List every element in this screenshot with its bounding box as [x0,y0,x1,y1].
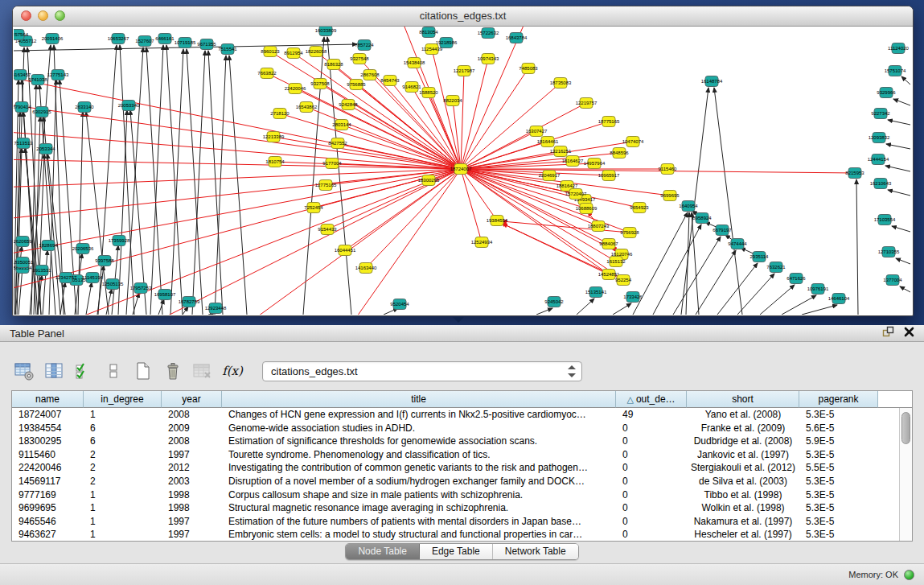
graph-node[interactable]: 3913531 [32,266,51,276]
graph-node[interactable]: 19384554 [487,216,508,226]
graph-node[interactable]: 18807243 [588,221,610,232]
table-row[interactable]: 969969511998Structural magnetic resonanc… [12,501,899,515]
graph-node[interactable]: 20053340 [118,101,140,111]
panel-divider-handle[interactable] [453,317,464,323]
cell[interactable]: 1998 [162,488,222,502]
graph-node[interactable]: 2867608 [360,70,380,80]
cell[interactable]: 1 [84,408,162,422]
cell[interactable]: 2 [84,461,162,475]
cell[interactable]: Embryonic stem cells: a model to study s… [222,528,616,541]
float-window-icon[interactable] [882,326,894,340]
graph-node[interactable]: 9756885 [347,80,366,90]
cell[interactable]: Structural magnetic resonance image aver… [222,501,616,515]
graph-node[interactable]: 13216251 [550,146,572,157]
cell[interactable]: Wolkin et al. (1998) [687,501,799,515]
table-selector-dropdown[interactable]: citations_edges.txt [262,361,582,381]
graph-node[interactable]: 9741038 [28,75,47,85]
graph-node[interactable]: 6471626 [786,274,806,284]
tab-edge-table[interactable]: Edge Table [420,544,493,559]
graph-node[interactable]: 6679197 [713,225,732,236]
cell[interactable]: 5.3E-5 [799,448,878,462]
graph-node[interactable]: 1733426 [623,292,643,303]
table-row[interactable]: 911546021997Tourette syndrome. Phenomeno… [12,448,899,462]
cell[interactable]: 2008 [162,408,222,422]
graph-node[interactable]: 8912954 [284,48,303,59]
table-row[interactable]: 1830029562008Estimation of significance … [12,435,899,448]
cell[interactable]: 9777169 [12,488,84,502]
graph-node[interactable]: 9884067 [599,239,618,249]
graph-node[interactable]: 12217987 [454,66,475,76]
network-graph-canvas[interactable]: 1405571220091406106532671527607646616110… [14,27,912,315]
column-header-name[interactable]: name [12,391,84,408]
cell[interactable]: 2 [84,448,162,462]
graph-node[interactable]: 7485083 [519,64,538,74]
graph-node[interactable]: 8848596 [610,148,629,159]
table-row[interactable]: 2242004622012Investigating the contribut… [12,461,899,475]
cell[interactable]: 22420046 [12,461,84,475]
graph-node[interactable]: 18735083 [550,78,572,89]
cell[interactable]: 1998 [162,501,222,515]
cell[interactable]: 6 [84,422,162,435]
graph-node[interactable]: 9177004 [322,159,342,169]
graph-node[interactable]: 16958107 [154,290,176,300]
scrollbar-thumb[interactable] [901,412,910,444]
cell[interactable]: 5.3E-5 [799,528,878,541]
cell[interactable]: Estimation of the future numbers of pati… [222,515,616,529]
graph-node[interactable]: 15135141 [585,287,607,298]
cell[interactable]: de Silva et al. (2003) [687,475,799,488]
graph-node[interactable]: 12775143 [47,70,69,80]
table-row[interactable]: 1872400712008Changes of HCN gene express… [12,408,899,422]
cell[interactable]: Corpus callosum shape and size in male p… [222,488,616,502]
column-header-pagerank[interactable]: pagerank [799,391,878,408]
cell[interactable]: 1 [84,515,162,529]
graph-node[interactable]: 9671355 [197,39,216,50]
graph-node[interactable]: 8813054 [419,27,438,38]
cell[interactable]: 0 [616,448,687,462]
graph-node[interactable]: 7513513 [14,138,33,149]
graph-node[interactable]: 2633140 [75,102,94,113]
graph-node[interactable]: 10474074 [622,137,644,147]
table-row[interactable]: 977716911998Corpus callosum shape and si… [12,488,899,502]
graph-node[interactable]: 10719185 [175,38,196,48]
graph-node[interactable]: 7515541 [218,44,237,55]
graph-node[interactable]: 11124020 [888,43,909,54]
column-header-in_degree[interactable]: in_degree [84,391,162,408]
graph-node[interactable]: 9227342 [871,109,890,119]
new-file-icon[interactable] [132,360,154,382]
graph-node[interactable]: 2935114 [750,252,770,262]
graph-node[interactable]: 9474444 [728,239,747,249]
cell[interactable]: Genome-wide association studies in ADHD. [222,422,616,435]
cell[interactable]: Investigating the contribution of common… [222,461,616,475]
graph-node[interactable]: 16044451 [335,245,356,256]
graph-node[interactable]: 6302915 [32,107,51,117]
graph-node[interactable]: 16148784 [701,76,723,87]
cell[interactable]: Dudbridge et al. (2008) [687,435,799,448]
cell[interactable]: 1997 [162,528,222,541]
cell[interactable]: 5.3E-5 [799,488,878,502]
cell[interactable]: Franke et al. (2009) [687,422,799,435]
network-window-titlebar[interactable]: citations_edges.txt [13,6,913,27]
graph-node[interactable]: 12524934 [471,237,493,248]
graph-node[interactable]: 8958924 [692,213,712,224]
graph-node[interactable]: 8186328 [324,60,343,70]
graph-node[interactable]: 9327548 [350,54,369,64]
cell[interactable]: 18724007 [12,408,84,422]
cell[interactable]: 0 [616,422,687,435]
graph-node[interactable]: 14957964 [584,159,606,169]
graph-node[interactable]: 1527607 [135,36,154,47]
cell[interactable]: Stergiakouli et al. (2012) [687,461,799,475]
cell[interactable]: 1997 [162,448,222,462]
graph-node[interactable]: 12710355 [878,247,900,257]
cell[interactable]: 5.3E-5 [799,501,878,515]
graph-node[interactable]: 8790414 [14,102,31,113]
column-header-year[interactable]: year [162,391,222,408]
graph-node[interactable]: 8427552 [328,138,347,149]
graph-node[interactable]: 9329966 [877,88,896,98]
vertical-scrollbar[interactable] [899,408,912,541]
cell[interactable]: 0 [616,501,687,515]
graph-node[interactable]: 1588520 [419,88,438,98]
graph-node[interactable]: 20206536 [72,244,94,254]
column-header-title[interactable]: title [222,391,616,408]
table-row[interactable]: 946362711997Embryonic stem cells: a mode… [12,528,899,541]
cell[interactable]: 1 [84,501,162,515]
